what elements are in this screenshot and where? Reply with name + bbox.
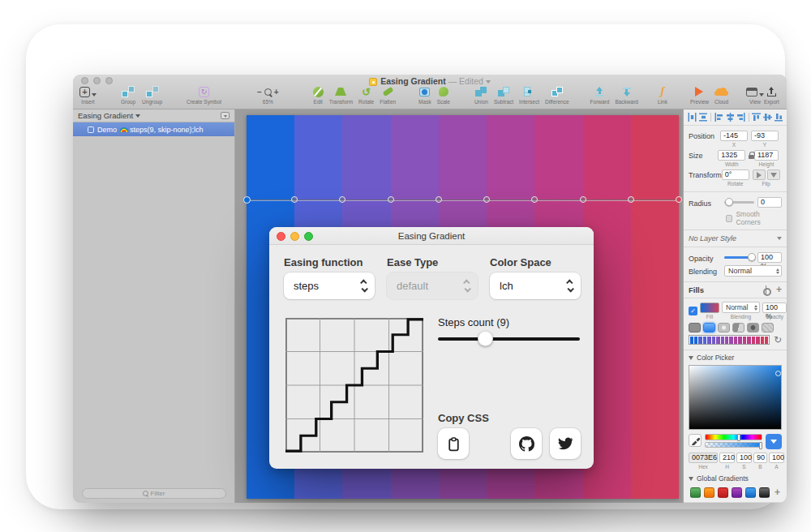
toolbar-preview-button[interactable]: Preview [690, 85, 709, 105]
alpha-slider[interactable] [705, 442, 762, 448]
toolbar-cloud-button[interactable]: Cloud [714, 85, 728, 105]
layer-row-demo[interactable]: Demo steps(9, skip-none);lch [73, 122, 234, 136]
toolbar-group-button[interactable]: Group [121, 85, 135, 105]
align-center-horizontal-icon[interactable] [726, 113, 735, 122]
color-picker-header[interactable]: Color Picker [684, 350, 787, 365]
opacity-slider-thumb[interactable] [748, 253, 756, 261]
dialog-titlebar[interactable]: Easing Gradient [269, 227, 594, 245]
fill-enabled-checkbox[interactable]: ✓ [689, 307, 697, 315]
toolbar-intersect-button[interactable]: Intersect [519, 85, 539, 105]
toolbar-zoom-control[interactable]: −+ 65% [257, 85, 279, 105]
eyedropper-button[interactable] [689, 434, 702, 447]
toolbar-ungroup-button[interactable]: Ungroup [142, 85, 162, 105]
hex-field[interactable]: 0073E6 [689, 453, 718, 463]
fill-type-linear-gradient-button[interactable] [703, 323, 715, 332]
smooth-corners-checkbox[interactable] [726, 215, 732, 222]
toolbar-subtract-button[interactable]: Subtract [494, 85, 513, 105]
fill-gradient-swatch[interactable] [700, 302, 719, 313]
fill-type-radial-gradient-button[interactable] [718, 323, 730, 332]
color-selector-dot[interactable] [775, 371, 781, 376]
document-gradients-header[interactable]: Document Gradients [684, 502, 787, 503]
toolbar-insert-button[interactable]: + Insert [79, 85, 97, 105]
steps-slider-thumb[interactable] [478, 331, 493, 346]
position-y-field[interactable]: -93 [751, 131, 779, 141]
global-gradient-swatch[interactable] [745, 487, 756, 498]
flip-vertical-button[interactable] [767, 169, 780, 180]
steps-count-slider[interactable] [438, 331, 580, 347]
global-gradient-swatch[interactable] [718, 487, 728, 498]
twitter-button[interactable] [550, 428, 581, 459]
radius-slider-thumb[interactable] [725, 198, 733, 206]
hue-slider[interactable] [705, 434, 762, 440]
layer-checkbox[interactable] [88, 127, 94, 133]
gradient-stop-handle[interactable] [628, 196, 634, 203]
toolbar-difference-button[interactable]: Difference [545, 85, 569, 105]
gradient-stop-handle[interactable] [243, 196, 251, 204]
github-button[interactable] [511, 428, 542, 459]
toolbar-create-symbol-button[interactable]: ↻ Create Symbol [187, 85, 221, 105]
dialog-zoom-button[interactable] [304, 232, 313, 241]
copy-css-button[interactable] [438, 428, 469, 459]
size-width-field[interactable]: 1325 [718, 150, 745, 161]
add-gradient-icon[interactable]: + [775, 489, 780, 496]
toolbar-forward-button[interactable]: Forward [590, 85, 610, 105]
zoom-out-icon[interactable]: − [257, 88, 262, 97]
lock-icon[interactable] [749, 152, 753, 159]
gradient-stops-strip[interactable] [689, 335, 770, 345]
saturation-field[interactable]: 100 [736, 453, 752, 463]
size-height-field[interactable]: 1187 [754, 150, 779, 161]
fill-type-noise-button[interactable] [762, 323, 774, 332]
align-top-icon[interactable] [752, 113, 761, 122]
dialog-close-button[interactable] [277, 232, 285, 241]
toolbar-flatten-button[interactable]: Flatten [380, 85, 396, 105]
global-gradients-header[interactable]: Global Gradients [684, 471, 787, 486]
global-gradient-swatch[interactable] [732, 487, 742, 498]
fill-type-angular-gradient-button[interactable] [732, 323, 744, 332]
global-gradient-swatch[interactable] [704, 487, 714, 498]
global-gradient-swatch[interactable] [690, 487, 701, 498]
zoom-in-icon[interactable]: + [274, 88, 279, 97]
fill-type-pattern-button[interactable] [747, 323, 759, 332]
fill-blending-dropdown[interactable]: Normal [722, 302, 760, 313]
toolbar-edit-button[interactable]: Edit [313, 85, 324, 105]
toolbar-scale-button[interactable]: Scale [437, 85, 450, 105]
toolbar-union-button[interactable]: Union [474, 85, 488, 105]
toolbar-mask-button[interactable]: Mask [418, 85, 431, 105]
toolbar-transform-button[interactable]: Transform [329, 85, 353, 105]
page-selector[interactable]: Easing Gradient [73, 109, 234, 122]
easing-function-select[interactable]: steps [284, 272, 375, 299]
alpha-field[interactable]: 100 [769, 453, 784, 463]
toolbar-backward-button[interactable]: Backward [615, 85, 638, 105]
brightness-field[interactable]: 90 [753, 453, 767, 463]
align-right-icon[interactable] [736, 113, 745, 122]
hue-slider-thumb[interactable] [737, 434, 740, 441]
toolbar-export-button[interactable]: Export [764, 85, 779, 105]
layer-style-dropdown[interactable]: No Layer Style [684, 230, 787, 247]
hue-field[interactable]: 210 [719, 453, 735, 463]
blending-dropdown[interactable]: Normal [724, 265, 782, 277]
layer-filter-input[interactable]: Filter [82, 488, 226, 499]
radius-field[interactable]: 0 [757, 197, 782, 208]
add-fill-icon[interactable]: + [776, 286, 782, 294]
gradient-stop-handle[interactable] [388, 196, 394, 203]
fill-opacity-field[interactable]: 100 % [762, 302, 787, 313]
color-space-select[interactable]: lch [490, 272, 581, 299]
global-gradient-swatch[interactable] [759, 487, 770, 498]
refresh-icon[interactable]: ↻ [774, 335, 782, 345]
rotate-field[interactable]: 0° [722, 169, 749, 180]
toolbar-rotate-button[interactable]: ↺ Rotate [358, 85, 374, 105]
gear-icon[interactable] [762, 286, 770, 294]
distribute-horizontally-icon[interactable] [688, 113, 697, 122]
radius-slider[interactable] [724, 197, 754, 208]
toolbar-link-button[interactable]: ʃ Link [658, 85, 667, 105]
toolbar-view-button[interactable]: View [746, 85, 764, 105]
ease-type-select[interactable]: default [387, 272, 478, 299]
gradient-stop-handle[interactable] [580, 196, 586, 203]
opacity-field[interactable]: 100 % [757, 252, 782, 263]
flip-horizontal-button[interactable] [753, 169, 766, 180]
dialog-minimize-button[interactable] [290, 232, 299, 241]
saturation-brightness-square[interactable] [689, 365, 782, 430]
gradient-stop-handle[interactable] [436, 196, 442, 203]
align-left-icon[interactable] [714, 113, 723, 122]
fill-type-solid-button[interactable] [689, 323, 701, 332]
